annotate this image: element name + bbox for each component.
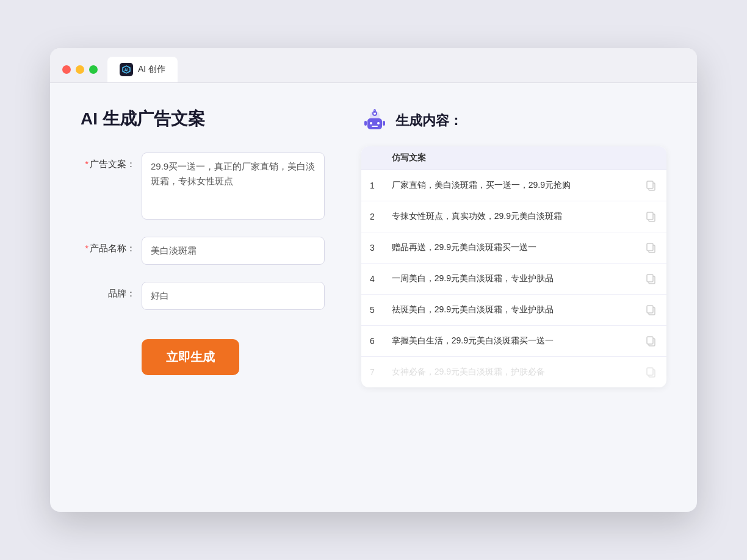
svg-rect-15 [647, 181, 653, 188]
brand-label: 品牌： [81, 282, 135, 300]
copy-action-cell [636, 201, 666, 232]
row-number: 5 [361, 295, 383, 326]
action-header [636, 146, 666, 170]
results-container: 仿写文案 1厂家直销，美白淡斑霜，买一送一，29.9元抢购 2专抹女性斑点，真实… [361, 146, 666, 387]
product-name-group: *产品名称： [81, 237, 325, 265]
close-button[interactable] [62, 65, 71, 74]
browser-titlebar: AI AI 创作 [50, 48, 697, 83]
results-table: 仿写文案 1厂家直销，美白淡斑霜，买一送一，29.9元抢购 2专抹女性斑点，真实… [361, 146, 666, 387]
table-row: 4一周美白，29.9元美白淡斑霜，专业护肤品 [361, 264, 666, 295]
copy-icon[interactable] [644, 365, 658, 379]
robot-icon [361, 107, 388, 134]
copy-icon[interactable] [644, 303, 658, 317]
brand-input[interactable] [142, 282, 325, 310]
svg-rect-4 [370, 122, 372, 124]
generate-button[interactable]: 立即生成 [142, 339, 239, 375]
tab-label: AI 创作 [138, 64, 165, 75]
browser-content: AI 生成广告文案 *广告文案： *产品名称： 品牌： 立 [50, 83, 697, 498]
row-number: 4 [361, 264, 383, 295]
minimize-button[interactable] [76, 65, 84, 74]
row-number: 2 [361, 201, 383, 232]
row-copy-text: 专抹女性斑点，真实功效，29.9元美白淡斑霜 [383, 201, 636, 232]
copy-header: 仿写文案 [383, 146, 636, 170]
ai-creation-tab[interactable]: AI AI 创作 [107, 57, 178, 82]
browser-window: AI AI 创作 AI 生成广告文案 *广告文案： *产品名称： [50, 48, 697, 512]
right-panel: 生成内容： 仿写文案 1厂家直销，美白淡斑霜，买一送一，29.9元抢购 2专 [361, 107, 666, 473]
svg-point-11 [374, 110, 375, 111]
svg-text:AI: AI [125, 68, 129, 72]
row-copy-text: 厂家直销，美白淡斑霜，买一送一，29.9元抢购 [383, 170, 636, 201]
copy-icon[interactable] [644, 179, 658, 192]
copy-icon[interactable] [644, 241, 658, 254]
svg-rect-13 [383, 121, 385, 126]
product-name-input[interactable] [142, 237, 325, 265]
tab-icon: AI [120, 63, 133, 76]
table-row: 1厂家直销，美白淡斑霜，买一送一，29.9元抢购 [361, 170, 666, 201]
num-header [361, 146, 383, 170]
svg-rect-19 [647, 243, 653, 251]
table-row: 6掌握美白生活，29.9元美白淡斑霜买一送一 [361, 326, 666, 357]
result-title: 生成内容： [395, 112, 463, 130]
svg-rect-17 [647, 212, 653, 220]
page-title: AI 生成广告文案 [81, 107, 325, 131]
maximize-button[interactable] [89, 65, 98, 74]
svg-rect-21 [647, 275, 653, 282]
copy-action-cell [636, 357, 666, 388]
row-copy-text: 女神必备，29.9元美白淡斑霜，护肤必备 [383, 357, 636, 388]
row-copy-text: 掌握美白生活，29.9元美白淡斑霜买一送一 [383, 326, 636, 357]
svg-rect-25 [647, 337, 653, 344]
copy-action-cell [636, 170, 666, 201]
ad-copy-input[interactable] [142, 153, 325, 220]
row-number: 1 [361, 170, 383, 201]
svg-rect-6 [372, 126, 378, 127]
table-row: 7女神必备，29.9元美白淡斑霜，护肤必备 [361, 357, 666, 388]
row-copy-text: 赠品再送，29.9元美白淡斑霜买一送一 [383, 232, 636, 264]
left-panel: AI 生成广告文案 *广告文案： *产品名称： 品牌： 立 [81, 107, 325, 473]
row-number: 7 [361, 357, 383, 388]
table-row: 2专抹女性斑点，真实功效，29.9元美白淡斑霜 [361, 201, 666, 232]
traffic-lights [62, 65, 98, 74]
svg-rect-27 [647, 368, 653, 375]
svg-rect-23 [647, 306, 653, 313]
product-name-label: *产品名称： [81, 237, 135, 254]
copy-action-cell [636, 295, 666, 326]
row-number: 3 [361, 232, 383, 264]
row-copy-text: 一周美白，29.9元美白淡斑霜，专业护肤品 [383, 264, 636, 295]
required-mark-2: * [85, 243, 88, 253]
ad-copy-label: *广告文案： [81, 153, 135, 170]
row-copy-text: 祛斑美白，29.9元美白淡斑霜，专业护肤品 [383, 295, 636, 326]
copy-action-cell [636, 232, 666, 264]
table-row: 5祛斑美白，29.9元美白淡斑霜，专业护肤品 [361, 295, 666, 326]
svg-rect-3 [367, 118, 382, 129]
ad-copy-group: *广告文案： [81, 153, 325, 220]
required-mark: * [85, 159, 88, 169]
copy-action-cell [636, 264, 666, 295]
table-row: 3赠品再送，29.9元美白淡斑霜买一送一 [361, 232, 666, 264]
result-header: 生成内容： [361, 107, 666, 134]
copy-icon[interactable] [644, 334, 658, 348]
copy-icon[interactable] [644, 210, 658, 223]
copy-action-cell [636, 326, 666, 357]
row-number: 6 [361, 326, 383, 357]
copy-icon[interactable] [644, 272, 658, 285]
svg-rect-12 [364, 121, 367, 126]
svg-rect-5 [377, 122, 380, 124]
brand-group: 品牌： [81, 282, 325, 310]
